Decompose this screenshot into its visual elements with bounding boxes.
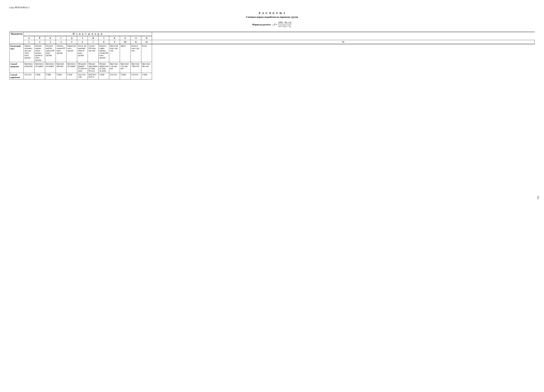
cell-r2-c4: Т-i6М: [66, 73, 77, 79]
row-label-0: Расчетный груз: [10, 44, 24, 62]
cell-r1-c5: Механизи-рованно (Т-16М 30-262I): [77, 62, 88, 73]
col-num-10: IO: [120, 40, 131, 44]
formula-symbol: 𝒩 =: [272, 23, 277, 26]
formula-denominator: (𝓛 х TI) + T2: [278, 24, 292, 28]
col-letter-i: и: [109, 36, 120, 40]
cell-r0-c3: Опилки, лапник (IY класс грузов): [56, 44, 66, 62]
cell-r0-c6: Солома (III класс гру-зов): [88, 44, 99, 62]
cell-r1-c4: Вручную с ук-ладкой: [66, 62, 77, 73]
cell-r2-c10: ГАЗ-53А: [131, 73, 141, 79]
cell-r2-c0: ГАЗ-53А: [24, 73, 35, 79]
row-label-2: Способ перевозки: [10, 73, 24, 79]
col-letter-l: л: [131, 36, 141, 40]
col-num-13: I3: [152, 40, 535, 44]
col-num-6: 6: [77, 40, 88, 44]
cell-r0-c11: Колья: [141, 44, 152, 62]
formula-row: Формула расчета 𝒩 = (492 - К) х Q (𝓛 х T…: [9, 21, 535, 28]
col-letter-e: е: [77, 36, 88, 40]
col-letter-m: м: [141, 36, 152, 40]
formula-numerator: (492 - К) х Q: [278, 21, 292, 24]
col-num-12: I2: [141, 40, 152, 44]
col-numbers-row: I 2 3 4 5 6 7 8 9 IO II I2 I3: [10, 40, 535, 44]
cell-r1-c6: Механи-зиро-ванно (Т-16М, ПГ-0,2): [88, 62, 99, 73]
cell-r1-c1: Вручную с ук-ладкой: [35, 62, 45, 73]
cell-r1-c0: Вручную с уклад-кой: [24, 62, 35, 73]
col-letter-d: д: [66, 36, 77, 40]
cell-r1-c9: Вруч-ную с ук-лад-кой: [120, 62, 131, 73]
cell-r1-c3: Вручную броском: [56, 62, 66, 73]
col-num-9: 9: [109, 40, 120, 44]
col-letters-row: а б в г д е ж з и к л м: [10, 36, 535, 40]
table-row-1: Способ погрузкиВручную с уклад-койВручну…: [10, 62, 535, 73]
cell-r1-c7: Механи-зирова-нно (Т-16М, 30-262I): [99, 62, 109, 73]
cell-r0-c2: Посадоч-ный ма-териал (III класс грузов): [45, 44, 56, 62]
col-letter-a: а: [24, 36, 35, 40]
table-row-2: Способ перевозкиГАЗ-53АТ-I6МТ-I6МТ-I6МТ-…: [10, 73, 535, 79]
col-num-1: I: [24, 40, 35, 44]
sub-title: Сменные нормы выработки на перевозку гру…: [9, 16, 535, 18]
cell-r2-c7: Т-I6М: [99, 73, 109, 79]
cell-r2-c5: ГАЗ-САЗ--53Б: [77, 73, 88, 79]
cell-r2-c6: МТЗ-80 I-ПТУ-4: [88, 73, 99, 79]
cell-r2-c8: ГАЗ-53А: [109, 73, 120, 79]
cell-r2-c1: Т-I6М: [35, 73, 45, 79]
col-num-8: 8: [99, 40, 109, 44]
col-letter-k: к: [120, 36, 131, 40]
cell-r0-c7: Компост, торфо-крошка, солома (III класс…: [99, 44, 109, 62]
cell-r1-c2: Вручную о ук-ладкой: [45, 62, 56, 73]
col-header-pokazateli: Показатели: [10, 32, 24, 44]
cell-r0-c9: Щиты: [120, 44, 131, 62]
col-letter-g: г: [56, 36, 66, 40]
cell-r0-c5: Песок, ми-коризная земля (I класс грузов…: [77, 44, 88, 62]
table-row-0: Расчетный грузПартии полновес-ных гру-зо…: [10, 44, 535, 62]
cell-r0-c4: Ящики (III класс грузов): [66, 44, 77, 62]
doc-reference: г.п.р. 4II-03-4.84 ал. I: [9, 6, 535, 9]
col-num-4: 4: [56, 40, 66, 44]
col-letter-v: в: [45, 36, 56, 40]
col-letter-zh: ж: [88, 36, 99, 40]
col-num-5: 5: [66, 40, 77, 44]
main-table: Показатели П у н к т ы н о р м а б в г д…: [9, 32, 535, 79]
main-title: Р А С Ч Е Т № I: [9, 12, 535, 15]
formula-fraction: (492 - К) х Q (𝓛 х TI) + T2: [278, 21, 292, 28]
cell-r1-c8: Вруч-ную с ук-лад-кой: [109, 62, 120, 73]
formula-label: Формула расчета: [252, 23, 271, 26]
col-num-3: 3: [45, 40, 56, 44]
cell-r0-c0: Партии полновес-ных гру-зов (I класс гру…: [24, 44, 35, 62]
row-label-1: Способ погрузки: [10, 62, 24, 73]
cell-r1-c11: Вруч-ную бро-сом: [141, 62, 152, 73]
cell-r2-c9: Т-I6М: [120, 73, 131, 79]
cell-r0-c8: Щиты (III класс гру-зов): [109, 44, 120, 62]
col-num-11: II: [131, 40, 141, 44]
cell-r2-c3: Т-I6М: [56, 73, 66, 79]
cell-r1-c10: Вруч-ную с бро-сом: [131, 62, 141, 73]
cell-r2-c2: Т-I6М: [45, 73, 56, 79]
cell-r2-c11: Т-I6М: [141, 73, 152, 79]
cell-r0-c10: Колья (I класс гру-зов): [131, 44, 141, 62]
cell-r0-c1: Мелкие партии полно-весных грузов (I кла…: [35, 44, 45, 62]
col-num-7: 7: [88, 40, 99, 44]
col-num-2: 2: [35, 40, 45, 44]
col-letter-z: з: [99, 36, 109, 40]
col-letter-b: б: [35, 36, 45, 40]
col-header-punkty: П у н к т ы н о р м: [24, 32, 152, 36]
